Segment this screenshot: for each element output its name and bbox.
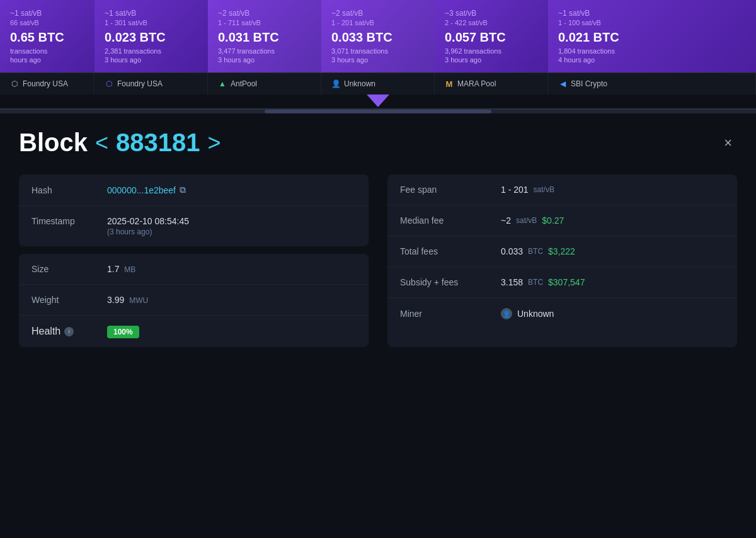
miner-name-2: AntPool	[231, 79, 257, 88]
card-1-sat-rate: ~1 sat/vB	[105, 9, 198, 18]
weight-value: 3.99	[107, 295, 124, 305]
health-badge: 100%	[107, 326, 139, 338]
right-panel: Fee span 1 - 201 sat/vB Median fee ~2 sa…	[387, 175, 737, 347]
card-3-txs: 3,071 transactions	[331, 47, 425, 55]
fee-span-value-wrap: 1 - 201 sat/vB	[501, 185, 554, 195]
card-3-sat-range: 1 - 201 sat/vB	[331, 19, 425, 26]
hash-timestamp-box: Hash 000000...1e2beef ⧉ Timestamp 2025-0…	[19, 175, 369, 246]
weight-value-wrap: 3.99 MWU	[107, 295, 148, 305]
size-label: Size	[32, 264, 107, 274]
detail-grid: Hash 000000...1e2beef ⧉ Timestamp 2025-0…	[19, 175, 737, 347]
miner-name-1: Foundry USA	[117, 79, 163, 88]
total-fees-row: Total fees 0.033 BTC $3,222	[387, 236, 737, 267]
card-4-txs: 3,962 transactions	[445, 47, 538, 55]
hash-text: 000000...1e2beef	[107, 185, 176, 195]
card-1-txs: 2,381 transactions	[105, 47, 198, 55]
card-3-sat-rate: ~2 sat/vB	[331, 9, 425, 18]
card-2-sat-rate: ~2 sat/vB	[218, 9, 311, 18]
copy-hash-icon[interactable]: ⧉	[180, 185, 186, 195]
fee-span-row: Fee span 1 - 201 sat/vB	[387, 175, 737, 205]
card-5-btc: 0.021 BTC	[558, 30, 746, 45]
block-card-3[interactable]: ~2 sat/vB 1 - 201 sat/vB 0.033 BTC 3,071…	[321, 0, 435, 72]
subsidy-label: Subsidy + fees	[400, 277, 501, 287]
subsidy-row: Subsidy + fees 3.158 BTC $307,547	[387, 267, 737, 298]
block-label: Block	[19, 129, 88, 157]
unknown-icon-3: 👤	[331, 79, 340, 88]
median-fee-label: Median fee	[400, 215, 501, 226]
hash-row: Hash 000000...1e2beef ⧉	[19, 175, 369, 206]
hash-value[interactable]: 000000...1e2beef ⧉	[107, 185, 186, 195]
block-card-4[interactable]: ~3 sat/vB 2 - 422 sat/vB 0.057 BTC 3,962…	[435, 0, 548, 72]
miner-label: Miner	[400, 309, 501, 319]
card-0-sat-rate: ~1 sat/vB	[10, 9, 84, 18]
miner-name-5: SBI Crypto	[571, 79, 607, 88]
timestamp-ago: (3 hours ago)	[107, 227, 189, 236]
total-fees-btc: 0.033	[501, 246, 523, 256]
card-4-btc: 0.057 BTC	[445, 30, 538, 45]
block-number: 883181	[116, 129, 200, 157]
health-row: Health i 100%	[19, 316, 369, 347]
miner-cell-0[interactable]: ⬡ Foundry USA	[0, 73, 94, 94]
block-detail: Block < 883181 > × Hash 000000...1e2beef…	[0, 113, 756, 366]
miner-unknown-icon: 👤	[501, 308, 512, 319]
total-fees-value-wrap: 0.033 BTC $3,222	[501, 246, 575, 256]
active-pointer	[367, 94, 389, 107]
subsidy-unit: BTC	[528, 278, 543, 287]
card-5-time: 4 hours ago	[558, 56, 746, 64]
median-fee-value: ~2	[501, 215, 511, 226]
median-fee-row: Median fee ~2 sat/vB $0.27	[387, 205, 737, 236]
miner-row: Miner 👤 Unknown	[387, 298, 737, 329]
fee-span-unit: sat/vB	[534, 185, 554, 194]
miner-cell-1[interactable]: ⬡ Foundry USA	[94, 73, 208, 94]
sbi-icon: ◀	[558, 79, 567, 88]
total-fees-unit: BTC	[528, 247, 543, 256]
median-fee-value-wrap: ~2 sat/vB $0.27	[501, 215, 564, 226]
total-fees-usd: $3,222	[548, 246, 575, 256]
timestamp-row: Timestamp 2025-02-10 08:54:45 (3 hours a…	[19, 206, 369, 246]
card-2-txs: 3,477 transactions	[218, 47, 311, 55]
card-0-time: hours ago	[10, 56, 84, 64]
size-weight-health-box: Size 1.7 MB Weight 3.99 MWU	[19, 254, 369, 347]
miner-cell-2[interactable]: ▲ AntPool	[208, 73, 321, 94]
median-fee-usd: $0.27	[542, 215, 564, 226]
weight-label: Weight	[32, 295, 107, 305]
miner-name-4: MARA Pool	[457, 79, 496, 88]
miner-cell-3[interactable]: 👤 Unknown	[321, 73, 435, 94]
fee-span-value: 1 - 201	[501, 185, 529, 195]
next-block-button[interactable]: >	[207, 130, 220, 156]
miners-row: ⬡ Foundry USA ⬡ Foundry USA ▲ AntPool 👤 …	[0, 72, 756, 94]
card-1-time: 3 hours ago	[105, 56, 198, 64]
card-4-sat-rate: ~3 sat/vB	[445, 9, 538, 18]
block-card-0[interactable]: ~1 sat/vB 66 sat/vB 0.65 BTC transaction…	[0, 0, 94, 72]
health-value-wrap: 100%	[107, 326, 139, 336]
prev-block-button[interactable]: <	[95, 130, 108, 156]
card-5-txs: 1,804 transactions	[558, 47, 746, 55]
block-title: Block < 883181 >	[19, 129, 220, 157]
fee-span-label: Fee span	[400, 185, 501, 195]
block-card-5[interactable]: ~1 sat/vB 1 - 100 sat/vB 0.021 BTC 1,804…	[548, 0, 756, 72]
total-fees-label: Total fees	[400, 246, 501, 256]
miner-cell-5[interactable]: ◀ SBI Crypto	[548, 73, 756, 94]
card-2-time: 3 hours ago	[218, 56, 311, 64]
block-title-row: Block < 883181 > ×	[19, 129, 737, 157]
health-info-icon[interactable]: i	[64, 327, 74, 336]
blocks-bar: ~1 sat/vB 66 sat/vB 0.65 BTC transaction…	[0, 0, 756, 72]
block-card-1[interactable]: ~1 sat/vB 1 - 301 sat/vB 0.023 BTC 2,381…	[94, 0, 208, 72]
block-card-2[interactable]: ~2 sat/vB 1 - 711 sat/vB 0.031 BTC 3,477…	[208, 0, 321, 72]
timestamp-value: 2025-02-10 08:54:45	[107, 216, 189, 226]
size-row: Size 1.7 MB	[19, 254, 369, 285]
card-2-sat-range: 1 - 711 sat/vB	[218, 19, 311, 26]
timestamp-value-wrap: 2025-02-10 08:54:45 (3 hours ago)	[107, 216, 189, 236]
weight-row: Weight 3.99 MWU	[19, 285, 369, 316]
mara-icon: M	[445, 79, 454, 88]
miner-value: Unknown	[517, 309, 554, 319]
card-3-btc: 0.033 BTC	[331, 30, 425, 45]
miner-value-wrap: 👤 Unknown	[501, 308, 554, 319]
miner-cell-4[interactable]: M MARA Pool	[435, 73, 548, 94]
size-value: 1.7	[107, 264, 119, 274]
close-button[interactable]: ×	[719, 132, 737, 154]
timestamp-label: Timestamp	[32, 216, 107, 226]
health-label: Health	[32, 326, 60, 337]
size-unit: MB	[124, 265, 135, 274]
card-3-time: 3 hours ago	[331, 56, 425, 64]
